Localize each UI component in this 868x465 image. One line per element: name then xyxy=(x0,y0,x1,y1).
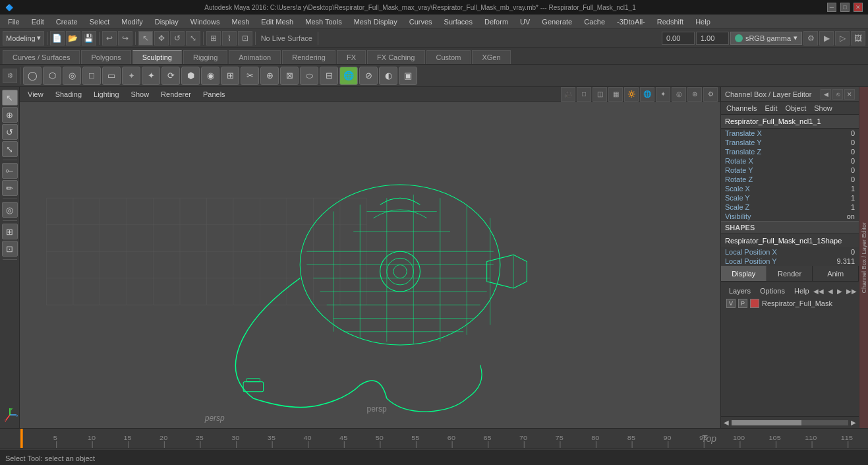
cb-channels-menu[interactable]: Channels xyxy=(724,103,759,113)
move-button[interactable]: ✥ xyxy=(154,31,169,46)
render-view-button[interactable]: 🖼 xyxy=(851,31,865,46)
shelf-torus-icon[interactable]: ⬡ xyxy=(43,67,61,85)
color-space-display[interactable]: sRGB gamma ▾ xyxy=(730,32,802,45)
menu-select[interactable]: Select xyxy=(84,16,115,27)
select-mode-button[interactable]: ↖ xyxy=(138,31,153,46)
shelf-tool11-icon[interactable]: ⊟ xyxy=(320,67,338,85)
quick-select-tool[interactable]: ⊞ xyxy=(2,224,18,239)
channelbox-close-button[interactable]: ✕ xyxy=(844,89,855,100)
shading-menu[interactable]: Shading xyxy=(50,89,87,100)
menu-surfaces[interactable]: Surfaces xyxy=(439,16,478,27)
menu-create[interactable]: Create xyxy=(51,16,83,27)
attr-scale-y[interactable]: Scale Y 1 xyxy=(721,193,859,202)
snap-point-button[interactable]: ⊡ xyxy=(238,31,252,46)
viewport[interactable]: View Shading Lighting Show Renderer Pane… xyxy=(20,87,720,428)
channelbox-float-button[interactable]: ⎋ xyxy=(832,89,843,100)
tab-animation[interactable]: Animation xyxy=(229,50,281,64)
shelf-tool10-icon[interactable]: ⬭ xyxy=(300,67,318,85)
tab-rigging[interactable]: Rigging xyxy=(183,50,227,64)
cb-edit-menu[interactable]: Edit xyxy=(762,103,780,113)
menu-modify[interactable]: Modify xyxy=(116,16,148,27)
tab-rendering[interactable]: Rendering xyxy=(282,50,335,64)
menu-uv[interactable]: UV xyxy=(515,16,535,27)
menu-help[interactable]: Help xyxy=(690,16,716,27)
ipr-button[interactable]: ▷ xyxy=(835,31,850,46)
attr-rotate-z[interactable]: Rotate Z 0 xyxy=(721,175,859,184)
menu-3dtall[interactable]: -3DtoAll- xyxy=(612,16,651,27)
shelf-tool15-icon[interactable]: ▣ xyxy=(399,67,417,85)
show-menu[interactable]: Show xyxy=(126,89,155,100)
layer-help-menu[interactable]: Help xyxy=(792,286,812,296)
cb-tab-anim[interactable]: Anim xyxy=(813,266,859,281)
cb-scroll-right[interactable]: ▶ xyxy=(850,419,857,426)
layer-arrow-right-right[interactable]: ▶▶ xyxy=(845,288,858,295)
cb-show-menu[interactable]: Show xyxy=(811,103,835,113)
shelf-tool7-icon[interactable]: ✂ xyxy=(241,67,259,85)
cb-scroll-left[interactable]: ◀ xyxy=(722,419,730,426)
tab-sculpting[interactable]: Sculpting xyxy=(132,50,182,64)
panels-menu[interactable]: Panels xyxy=(198,89,231,100)
coord-x-field[interactable]: 0.00 xyxy=(662,32,695,45)
cb-tab-render[interactable]: Render xyxy=(767,266,813,281)
viewport-icon-8[interactable]: ◎ xyxy=(672,87,686,102)
tab-curves-surfaces[interactable]: Curves / Surfaces xyxy=(3,50,80,64)
shelf-settings-button[interactable]: ⚙ xyxy=(3,69,17,83)
viewport-icon-1[interactable]: 🎥 xyxy=(561,87,575,102)
attr-rotate-x[interactable]: Rotate X 0 xyxy=(721,156,859,166)
tab-fx[interactable]: FX xyxy=(337,50,366,64)
renderer-menu[interactable]: Renderer xyxy=(156,89,196,100)
shelf-tool3-icon[interactable]: ⟳ xyxy=(161,67,180,85)
rotate-button[interactable]: ↺ xyxy=(170,31,185,46)
coord-y-field[interactable]: 1.00 xyxy=(696,32,729,45)
layer-color-swatch[interactable] xyxy=(750,299,759,308)
open-file-button[interactable]: 📂 xyxy=(66,31,80,46)
viewport-icon-4[interactable]: ▦ xyxy=(608,87,623,102)
layers-menu[interactable]: Layers xyxy=(726,286,753,296)
channelbox-collapse-button[interactable]: ◀ xyxy=(821,89,831,100)
shelf-tool5-icon[interactable]: ◉ xyxy=(201,67,219,85)
attr-scale-z[interactable]: Scale Z 1 xyxy=(721,202,859,212)
tab-xgen[interactable]: XGen xyxy=(472,50,510,64)
paint-tool[interactable]: ✏ xyxy=(2,180,18,196)
view-menu[interactable]: View xyxy=(22,89,49,100)
lighting-menu[interactable]: Lighting xyxy=(88,89,125,100)
cb-object-menu[interactable]: Object xyxy=(782,103,809,113)
menu-edit-mesh[interactable]: Edit Mesh xyxy=(256,16,299,27)
shelf-tool1-icon[interactable]: ⌖ xyxy=(122,67,140,85)
viewport-icon-3[interactable]: ◫ xyxy=(593,87,607,102)
layer-arrow-left[interactable]: ◀ xyxy=(826,288,834,295)
input-output-tool[interactable]: ⊡ xyxy=(2,241,18,257)
shelf-tool9-icon[interactable]: ⊠ xyxy=(280,67,299,85)
maximize-button[interactable]: □ xyxy=(840,3,850,12)
render-settings-button[interactable]: ⚙ xyxy=(803,31,818,46)
attr-translate-x[interactable]: Translate X 0 xyxy=(721,129,859,138)
shelf-tool6-icon[interactable]: ⊞ xyxy=(221,67,239,85)
undo-button[interactable]: ↩ xyxy=(102,31,117,46)
attr-translate-y[interactable]: Translate Y 0 xyxy=(721,138,859,147)
viewport-icon-6[interactable]: 🌐 xyxy=(640,87,654,102)
scale-tool[interactable]: ⤡ xyxy=(2,141,18,157)
attr-scale-x[interactable]: Scale X 1 xyxy=(721,184,859,193)
layer-arrow-right[interactable]: ▶ xyxy=(836,288,844,295)
snap-grid-button[interactable]: ⊞ xyxy=(206,31,221,46)
close-button[interactable]: ✕ xyxy=(854,3,863,12)
save-file-button[interactable]: 💾 xyxy=(82,31,96,46)
redo-button[interactable]: ↪ xyxy=(118,31,132,46)
new-file-button[interactable]: 📄 xyxy=(50,31,65,46)
snap-curve-button[interactable]: ⌇ xyxy=(222,31,237,46)
shelf-tool12-icon[interactable]: 🌐 xyxy=(339,67,358,85)
shelf-cylinder-icon[interactable]: ◎ xyxy=(63,67,81,85)
options-menu[interactable]: Options xyxy=(757,286,788,296)
cb-tab-display[interactable]: Display xyxy=(721,266,767,281)
menu-edit[interactable]: Edit xyxy=(26,16,49,27)
shelf-tool8-icon[interactable]: ⊕ xyxy=(260,67,279,85)
shelf-tool2-icon[interactable]: ✦ xyxy=(142,67,160,85)
menu-redshift[interactable]: Redshift xyxy=(652,16,689,27)
attr-local-pos-x[interactable]: Local Position X 0 xyxy=(721,247,859,257)
layer-arrow-left-left[interactable]: ◀◀ xyxy=(812,288,825,295)
viewport-icon-2[interactable]: □ xyxy=(577,87,591,102)
move-tool[interactable]: ⊕ xyxy=(2,107,18,123)
menu-display[interactable]: Display xyxy=(150,16,184,27)
menu-deform[interactable]: Deform xyxy=(479,16,513,27)
menu-generate[interactable]: Generate xyxy=(536,16,577,27)
